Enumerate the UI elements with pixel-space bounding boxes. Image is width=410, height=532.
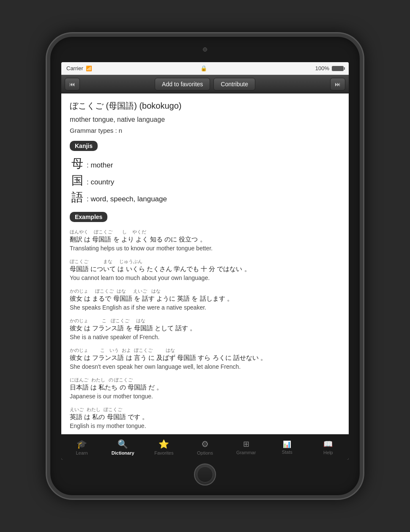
stats-icon: 📊 bbox=[283, 440, 291, 448]
example-1: ほんやく ぼこくご し やくだ 翻訳 は 母国語 を より よく 知る のに 役… bbox=[70, 229, 340, 252]
kanji-meaning-2: : country bbox=[87, 178, 114, 186]
device-bottom bbox=[50, 460, 360, 489]
tab-learn[interactable]: 🎓 Learn bbox=[67, 439, 97, 455]
battery-bar bbox=[332, 66, 344, 71]
device: Carrier 📶 🔒 100% ⏮ Add to favorites Cont… bbox=[47, 33, 363, 499]
example-7-ruby: えいご わたし ぼこくご bbox=[70, 406, 340, 413]
example-5-ruby: かのじょ こ いう およ ぼこくご はな bbox=[70, 347, 340, 354]
content-area[interactable]: ぼこくご (母国語) (bokokugo) mother tongue, nat… bbox=[61, 93, 349, 434]
example-1-en: Translating helps us to know our mother … bbox=[70, 245, 340, 252]
example-7-jp: 英語 は 私の 母国語 です 。 bbox=[70, 413, 340, 421]
tab-bar: 🎓 Learn 🔍 Dictionary ⭐ Favorites ⚙ Optio… bbox=[61, 434, 349, 460]
examples-section: Examples ほんやく ぼこくご し やくだ 翻訳 は 母国語 を より よ… bbox=[70, 212, 340, 434]
example-7-en: English is my mother tongue. bbox=[70, 422, 340, 429]
toolbar: ⏮ Add to favorites Contribute ⏭ bbox=[61, 75, 349, 93]
help-icon: 📖 bbox=[323, 439, 333, 449]
kanjis-badge: Kanjis bbox=[70, 141, 98, 151]
status-left: Carrier 📶 bbox=[66, 65, 92, 71]
tab-options-label: Options bbox=[197, 450, 213, 455]
favorites-icon: ⭐ bbox=[159, 439, 169, 449]
example-3-en: She speaks English as if she were a nati… bbox=[70, 304, 340, 311]
example-4: かのじょ こ ぼこくご はな 彼女 は フランス語 を 母国語 として 話す 。… bbox=[70, 318, 340, 340]
kanjis-section: Kanjis 母 : mother 国 : country 語 : word, … bbox=[70, 141, 340, 203]
example-3-jp: 彼女 は まるで 母国語 を 話す ように 英語 を 話します 。 bbox=[70, 295, 340, 303]
tab-options[interactable]: ⚙ Options bbox=[190, 439, 220, 455]
battery-fill bbox=[332, 66, 343, 71]
kanji-char-2: 国 bbox=[71, 175, 83, 186]
example-5-jp: 彼女 は フランス語 は 言う に 及ばず 母国語 すら ろくに 話せない 。 bbox=[70, 354, 340, 362]
example-6-en: Japanese is our mother tongue. bbox=[70, 393, 340, 400]
home-button-inner bbox=[197, 466, 213, 483]
example-5: かのじょ こ いう およ ぼこくご はな 彼女 は フランス語 は 言う に 及… bbox=[70, 347, 340, 370]
contribute-button[interactable]: Contribute bbox=[213, 78, 255, 90]
tab-favorites[interactable]: ⭐ Favorites bbox=[149, 439, 179, 455]
grammar-type: Grammar types : n bbox=[70, 127, 340, 134]
kanji-meaning-3: : word, speech, language bbox=[87, 195, 167, 203]
camera bbox=[203, 47, 207, 52]
dictionary-icon: 🔍 bbox=[118, 439, 128, 449]
prev-button[interactable]: ⏮ bbox=[65, 78, 80, 90]
tab-favorites-label: Favorites bbox=[154, 450, 173, 455]
wifi-icon: 📶 bbox=[86, 66, 92, 71]
example-4-ruby: かのじょ こ ぼこくご はな bbox=[70, 318, 340, 324]
example-2: ぼこくご まな じゅうぶん 母国語 について は いくら たくさん 学んでも 十… bbox=[70, 258, 340, 281]
kanji-item-3: 語 : word, speech, language bbox=[71, 192, 340, 203]
carrier-label: Carrier bbox=[66, 65, 83, 71]
tab-stats[interactable]: 📊 Stats bbox=[272, 440, 302, 455]
examples-badge: Examples bbox=[70, 212, 107, 222]
example-6-jp: 日本語 は 私たち の 母国語 だ 。 bbox=[70, 384, 340, 392]
tab-help-label: Help bbox=[323, 450, 333, 455]
kanji-char-1: 母 bbox=[71, 158, 83, 170]
example-6: にほんご わたし の ぼこくご 日本語 は 私たち の 母国語 だ 。 Japa… bbox=[70, 377, 340, 400]
example-4-jp: 彼女 は フランス語 を 母国語 として 話す 。 bbox=[70, 324, 340, 332]
home-button[interactable] bbox=[194, 463, 216, 485]
word-meaning: mother tongue, native language bbox=[70, 116, 340, 123]
battery-label: 100% bbox=[315, 65, 329, 71]
tab-stats-label: Stats bbox=[282, 450, 292, 455]
options-icon: ⚙ bbox=[201, 439, 209, 449]
example-1-jp: 翻訳 は 母国語 を より よく 知る のに 役立つ 。 bbox=[70, 236, 340, 244]
example-5-en: She doesn't even speak her own language … bbox=[70, 363, 340, 370]
kanji-list: 母 : mother 国 : country 語 : word, speech,… bbox=[70, 158, 340, 203]
tab-dictionary-label: Dictionary bbox=[112, 450, 134, 455]
example-3: かのじょ ぼこくご はな えいご はな 彼女 は まるで 母国語 を 話す よう… bbox=[70, 288, 340, 311]
tab-help[interactable]: 📖 Help bbox=[313, 439, 343, 455]
status-right: 100% bbox=[315, 65, 344, 71]
tab-grammar-label: Grammar bbox=[236, 450, 256, 455]
example-2-ruby: ぼこくご まな じゅうぶん bbox=[70, 258, 340, 265]
example-7: えいご わたし ぼこくご 英語 は 私の 母国語 です 。 English is… bbox=[70, 406, 340, 429]
learn-icon: 🎓 bbox=[77, 439, 87, 449]
kanji-meaning-1: : mother bbox=[87, 161, 113, 170]
tab-dictionary[interactable]: 🔍 Dictionary bbox=[108, 439, 138, 455]
tab-grammar[interactable]: ⊞ Grammar bbox=[231, 439, 261, 455]
kanji-item-2: 国 : country bbox=[71, 175, 340, 186]
add-favorites-button[interactable]: Add to favorites bbox=[155, 78, 210, 90]
example-2-en: You cannot learn too much about your own… bbox=[70, 274, 340, 281]
word-title: ぼこくご (母国語) (bokokugo) bbox=[70, 100, 340, 112]
status-bar: Carrier 📶 🔒 100% bbox=[61, 62, 349, 75]
grammar-icon: ⊞ bbox=[243, 439, 249, 449]
device-top bbox=[50, 37, 360, 62]
example-3-ruby: かのじょ ぼこくご はな えいご はな bbox=[70, 288, 340, 294]
example-1-ruby: ほんやく ぼこくご し やくだ bbox=[70, 229, 340, 235]
screen: Carrier 📶 🔒 100% ⏮ Add to favorites Cont… bbox=[61, 62, 349, 460]
example-4-en: She is a native speaker of French. bbox=[70, 334, 340, 340]
example-2-jp: 母国語 について は いくら たくさん 学んでも 十 分 ではない 。 bbox=[70, 265, 340, 273]
tab-learn-label: Learn bbox=[76, 450, 87, 455]
next-button[interactable]: ⏭ bbox=[330, 78, 345, 90]
kanji-char-3: 語 bbox=[71, 192, 83, 203]
example-6-ruby: にほんご わたし の ぼこくご bbox=[70, 377, 340, 383]
kanji-item-1: 母 : mother bbox=[71, 158, 340, 170]
lock-icon: 🔒 bbox=[200, 65, 207, 71]
